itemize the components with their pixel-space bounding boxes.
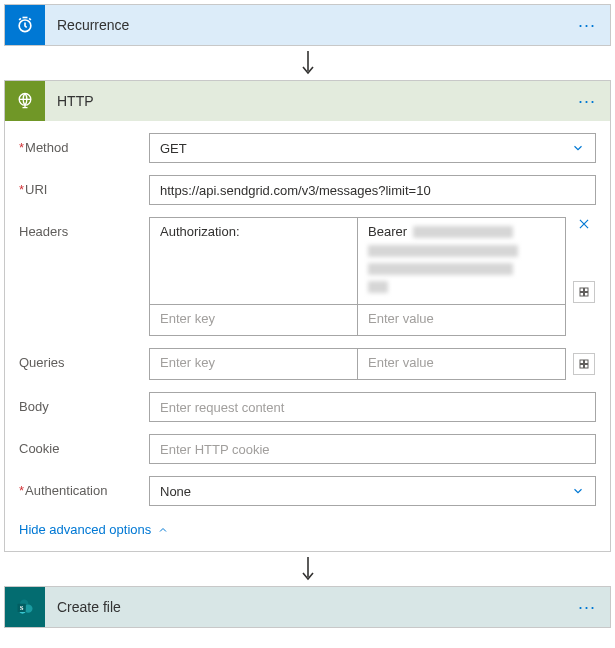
headers-value-cell[interactable]: Bearer <box>358 218 565 304</box>
http-header[interactable]: HTTP ··· <box>5 81 610 121</box>
auth-value: None <box>160 484 191 499</box>
recurrence-header[interactable]: Recurrence ··· <box>5 5 610 45</box>
cookie-input[interactable] <box>149 434 596 464</box>
http-card: HTTP ··· *Method GET *URI He <box>4 80 611 552</box>
remove-header-button[interactable] <box>577 217 591 231</box>
method-value: GET <box>160 141 187 156</box>
method-select[interactable]: GET <box>149 133 596 163</box>
svg-rect-2 <box>580 288 584 292</box>
svg-rect-7 <box>585 360 589 364</box>
dynamic-content-button[interactable] <box>573 353 595 375</box>
uri-label: *URI <box>19 175 149 197</box>
headers-row-new: Enter key Enter value <box>150 304 565 335</box>
auth-select[interactable]: None <box>149 476 596 506</box>
connector-arrow <box>4 46 611 80</box>
method-label: *Method <box>19 133 149 155</box>
redacted-token <box>368 245 518 257</box>
queries-row-new: Enter key Enter value <box>150 349 565 379</box>
createfile-card: S Create file ··· <box>4 586 611 628</box>
redacted-token <box>368 281 388 293</box>
headers-row: Authorization: Bearer <box>150 218 565 304</box>
auth-label: *Authentication <box>19 476 149 498</box>
body-input[interactable] <box>149 392 596 422</box>
chevron-up-icon <box>157 524 169 536</box>
headers-key-input[interactable]: Enter key <box>150 305 358 335</box>
cookie-label: Cookie <box>19 434 149 456</box>
svg-rect-8 <box>580 365 584 369</box>
sharepoint-icon: S <box>5 587 45 627</box>
headers-label: Headers <box>19 217 149 239</box>
connector-arrow <box>4 552 611 586</box>
createfile-header[interactable]: S Create file ··· <box>5 587 610 627</box>
queries-key-input[interactable]: Enter key <box>150 349 358 379</box>
headers-value-input[interactable]: Enter value <box>358 305 565 335</box>
uri-input[interactable] <box>149 175 596 205</box>
queries-value-input[interactable]: Enter value <box>358 349 565 379</box>
queries-table: Enter key Enter value <box>149 348 566 380</box>
svg-rect-6 <box>580 360 584 364</box>
http-title: HTTP <box>45 93 574 109</box>
globe-icon <box>5 81 45 121</box>
http-body: *Method GET *URI Headers <box>5 121 610 551</box>
queries-label: Queries <box>19 348 149 370</box>
headers-key-cell[interactable]: Authorization: <box>150 218 358 304</box>
chevron-down-icon <box>571 484 585 498</box>
svg-rect-4 <box>580 293 584 297</box>
http-menu-button[interactable]: ··· <box>574 96 600 106</box>
redacted-token <box>368 263 513 275</box>
dynamic-content-button[interactable] <box>573 281 595 303</box>
createfile-menu-button[interactable]: ··· <box>574 602 600 612</box>
createfile-title: Create file <box>45 599 574 615</box>
svg-rect-5 <box>585 293 589 297</box>
svg-rect-9 <box>585 365 589 369</box>
recurrence-card: Recurrence ··· <box>4 4 611 46</box>
svg-text:S: S <box>20 604 24 611</box>
redacted-token <box>413 226 513 238</box>
recurrence-menu-button[interactable]: ··· <box>574 20 600 30</box>
svg-rect-3 <box>585 288 589 292</box>
recurrence-title: Recurrence <box>45 17 574 33</box>
body-label: Body <box>19 392 149 414</box>
clock-icon <box>5 5 45 45</box>
chevron-down-icon <box>571 141 585 155</box>
headers-table: Authorization: Bearer <box>149 217 566 336</box>
hide-advanced-toggle[interactable]: Hide advanced options <box>19 522 169 537</box>
